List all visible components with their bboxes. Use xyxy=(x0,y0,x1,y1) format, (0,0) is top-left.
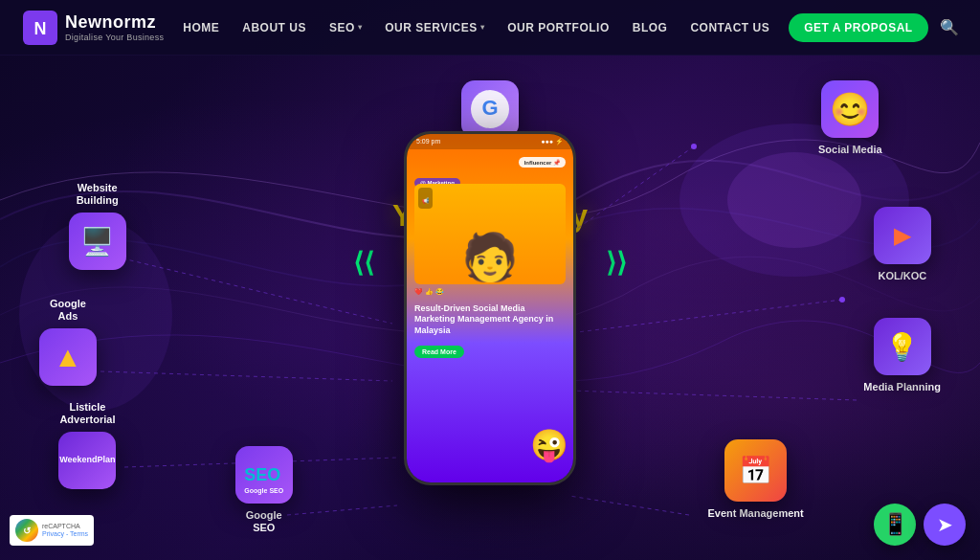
svg-line-10 xyxy=(569,300,842,333)
nav-blog[interactable]: BLOG xyxy=(633,21,668,34)
seo-icon-box: SEO Google SEO xyxy=(235,446,293,504)
service-google-seo[interactable]: SEO Google SEO GoogleSEO xyxy=(235,446,293,534)
svg-line-11 xyxy=(100,371,392,381)
nav-seo[interactable]: SEO▾ xyxy=(329,21,362,34)
svg-point-17 xyxy=(691,144,697,149)
website-icon-box: 🖥️ xyxy=(69,213,126,270)
phone-main-text: Result-Driven Social Media Marketing Man… xyxy=(414,303,566,337)
whatsapp-button[interactable]: 📱 xyxy=(874,504,916,546)
service-media-planning[interactable]: 💡 Media Planning xyxy=(863,318,941,393)
privacy-text: reCAPTCHA Privacy - Terms xyxy=(42,523,88,539)
service-website[interactable]: WebsiteBuilding 🖥️ xyxy=(69,182,126,270)
phone-device: 5:09 pm ●●● ⚡ Influencer 📌 @ Marketing 🧑… xyxy=(404,131,576,485)
logo-text: Newnormz Digitalise Your Business xyxy=(65,12,164,42)
svg-text:N: N xyxy=(34,19,47,38)
media-icon-box: 💡 xyxy=(874,318,931,375)
brand-tagline: Digitalise Your Business xyxy=(65,33,164,42)
phone-status-bar: 5:09 pm ●●● ⚡ xyxy=(407,134,573,149)
service-listicle-label: ListicleAdvertorial xyxy=(59,401,115,426)
phone-influencer-badge: Influencer 📌 xyxy=(519,157,566,168)
phone-mockup: 5:09 pm ●●● ⚡ Influencer 📌 @ Marketing 🧑… xyxy=(404,131,576,485)
nav-home[interactable]: HOME xyxy=(183,21,219,34)
service-gads-label: GoogleAds xyxy=(50,298,86,323)
search-icon[interactable]: 🔍 xyxy=(940,18,959,36)
person-emoji: 🧑 xyxy=(461,231,519,284)
service-social-label: Social Media xyxy=(818,144,882,156)
chat-buttons: 📱 ➤ xyxy=(874,504,966,546)
send-icon: ➤ xyxy=(937,513,953,536)
service-event-label: Event Management xyxy=(707,507,803,520)
get-proposal-button[interactable]: GET A PROPOSAL xyxy=(789,13,927,42)
phone-read-more-button[interactable]: Read More xyxy=(414,346,464,358)
nav-portfolio[interactable]: OUR PORTFOLIO xyxy=(507,21,610,34)
listicle-icon-box: WeekendPlan xyxy=(58,432,116,489)
service-kol-label: KOL/KOC xyxy=(878,270,926,282)
privacy-link[interactable]: Privacy - Terms xyxy=(42,530,88,538)
logo-icon: N xyxy=(23,11,57,45)
google-icon-box: G xyxy=(461,80,519,138)
brand-name: Newnormz xyxy=(65,12,164,33)
service-event[interactable]: 📅 Event Management xyxy=(707,439,803,520)
privacy-badge: ↺ reCAPTCHA Privacy - Terms xyxy=(10,515,94,546)
send-message-button[interactable]: ➤ xyxy=(924,504,966,546)
logo[interactable]: N Newnormz Digitalise Your Business xyxy=(23,11,164,45)
phone-emoji-decoration: 😜 xyxy=(530,427,568,463)
right-arrow-icon: ⟩⟩ xyxy=(606,247,627,279)
phone-person-image: 🧑 📢 xyxy=(414,184,566,284)
navbar: N Newnormz Digitalise Your Business HOME… xyxy=(0,0,980,56)
chevron-down-icon: ▾ xyxy=(358,23,363,32)
phone-time: 5:09 pm xyxy=(416,138,440,146)
phone-text-block: Result-Driven Social Media Marketing Man… xyxy=(414,300,566,341)
nav-contact[interactable]: CONTACT US xyxy=(690,21,769,34)
whatsapp-icon: 📱 xyxy=(882,512,908,537)
kol-icon-box: ▶ xyxy=(874,207,931,264)
svg-point-19 xyxy=(839,297,845,302)
recaptcha-icon: ↺ xyxy=(15,519,38,542)
event-icon-box: 📅 xyxy=(724,439,787,502)
left-arrow-icon: ⟨⟨ xyxy=(353,247,374,279)
svg-line-14 xyxy=(287,505,397,515)
hero-section: Your Journey Starts Here ⟨⟨ ⟩⟩ G Google … xyxy=(0,56,980,560)
nav-services[interactable]: OUR SERVICES▾ xyxy=(385,21,484,34)
social-media-icon-box: 😊 xyxy=(821,80,879,138)
service-seo-label: GoogleSEO xyxy=(246,509,282,534)
phone-screen: 5:09 pm ●●● ⚡ Influencer 📌 @ Marketing 🧑… xyxy=(407,134,573,482)
service-google-ads[interactable]: GoogleAds ▲ xyxy=(39,298,97,386)
svg-line-12 xyxy=(569,391,857,400)
svg-text:G: G xyxy=(481,96,498,120)
service-media-label: Media Planning xyxy=(863,381,941,393)
service-website-label: WebsiteBuilding xyxy=(77,182,119,207)
service-social-media[interactable]: 😊 Social Media xyxy=(818,80,882,156)
nav-about[interactable]: ABOUT US xyxy=(242,21,306,34)
service-listicle[interactable]: ListicleAdvertorial WeekendPlan xyxy=(58,401,116,489)
marketing-tag: 📢 xyxy=(422,198,429,204)
svg-line-9 xyxy=(115,257,392,324)
phone-like-area: ❤️ 👍 😂 xyxy=(414,284,566,300)
chevron-down-icon: ▾ xyxy=(480,23,485,32)
nav-actions: GET A PROPOSAL 🔍 xyxy=(789,13,958,42)
svg-line-15 xyxy=(569,496,689,515)
gads-icon-box: ▲ xyxy=(39,328,97,386)
nav-links: HOME ABOUT US SEO▾ OUR SERVICES▾ OUR POR… xyxy=(164,21,789,34)
phone-signal: ●●● ⚡ xyxy=(541,138,564,146)
service-kol[interactable]: ▶ KOL/KOC xyxy=(874,207,931,282)
